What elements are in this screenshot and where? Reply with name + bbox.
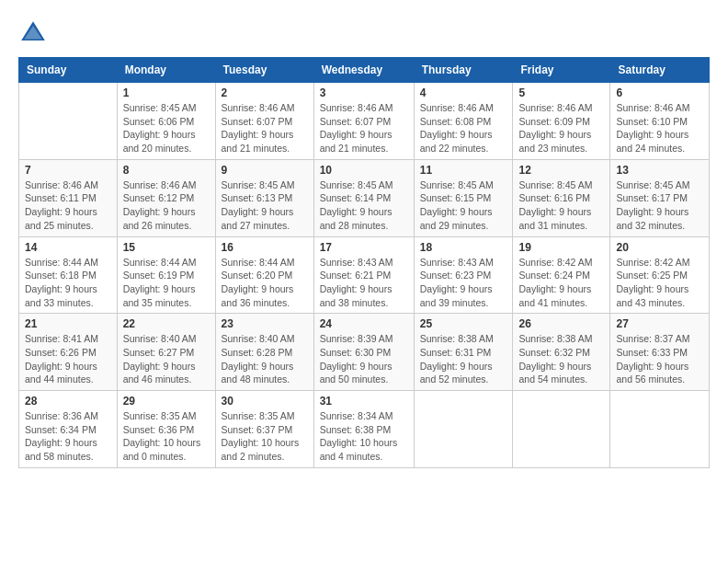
day-detail: Sunrise: 8:45 AMSunset: 6:13 PMDaylight:… bbox=[222, 178, 308, 233]
day-cell: 5Sunrise: 8:46 AMSunset: 6:09 PMDaylight… bbox=[513, 83, 610, 160]
day-cell: 22Sunrise: 8:40 AMSunset: 6:27 PMDayligh… bbox=[117, 314, 215, 391]
day-detail: Sunrise: 8:46 AMSunset: 6:12 PMDaylight:… bbox=[123, 178, 210, 233]
day-detail: Sunrise: 8:44 AMSunset: 6:19 PMDaylight:… bbox=[123, 256, 210, 310]
day-number: 23 bbox=[222, 317, 308, 330]
header bbox=[18, 18, 710, 48]
day-detail: Sunrise: 8:46 AMSunset: 6:11 PMDaylight:… bbox=[25, 178, 111, 233]
day-detail: Sunrise: 8:38 AMSunset: 6:31 PMDaylight:… bbox=[420, 332, 507, 386]
day-cell: 3Sunrise: 8:46 AMSunset: 6:07 PMDaylight… bbox=[313, 83, 414, 160]
day-cell bbox=[19, 83, 118, 160]
day-detail: Sunrise: 8:44 AMSunset: 6:20 PMDaylight:… bbox=[222, 256, 308, 310]
day-cell: 17Sunrise: 8:43 AMSunset: 6:21 PMDayligh… bbox=[313, 236, 414, 314]
week-row-5: 28Sunrise: 8:36 AMSunset: 6:34 PMDayligh… bbox=[19, 391, 710, 468]
day-header-saturday: Saturday bbox=[610, 58, 710, 83]
header-row: SundayMondayTuesdayWednesdayThursdayFrid… bbox=[19, 58, 710, 83]
day-cell: 30Sunrise: 8:35 AMSunset: 6:37 PMDayligh… bbox=[215, 391, 313, 468]
day-number: 16 bbox=[222, 241, 308, 254]
day-number: 17 bbox=[320, 241, 408, 254]
day-detail: Sunrise: 8:46 AMSunset: 6:10 PMDaylight:… bbox=[616, 101, 703, 155]
day-detail: Sunrise: 8:37 AMSunset: 6:33 PMDaylight:… bbox=[616, 332, 703, 386]
day-number: 7 bbox=[25, 164, 111, 177]
day-detail: Sunrise: 8:46 AMSunset: 6:08 PMDaylight:… bbox=[420, 101, 507, 155]
day-cell: 16Sunrise: 8:44 AMSunset: 6:20 PMDayligh… bbox=[215, 236, 313, 314]
week-row-2: 7Sunrise: 8:46 AMSunset: 6:11 PMDaylight… bbox=[19, 159, 710, 236]
day-number: 31 bbox=[320, 395, 408, 408]
day-number: 27 bbox=[616, 317, 703, 330]
day-number: 28 bbox=[25, 395, 111, 408]
day-detail: Sunrise: 8:44 AMSunset: 6:18 PMDaylight:… bbox=[25, 256, 111, 310]
day-number: 13 bbox=[616, 164, 703, 177]
calendar-table: SundayMondayTuesdayWednesdayThursdayFrid… bbox=[18, 57, 710, 468]
day-number: 26 bbox=[518, 317, 604, 330]
day-detail: Sunrise: 8:35 AMSunset: 6:37 PMDaylight:… bbox=[222, 409, 308, 464]
day-detail: Sunrise: 8:38 AMSunset: 6:32 PMDaylight:… bbox=[518, 332, 604, 386]
day-cell: 8Sunrise: 8:46 AMSunset: 6:12 PMDaylight… bbox=[117, 159, 215, 236]
week-row-4: 21Sunrise: 8:41 AMSunset: 6:26 PMDayligh… bbox=[19, 314, 710, 391]
logo-icon bbox=[18, 18, 48, 48]
day-detail: Sunrise: 8:43 AMSunset: 6:23 PMDaylight:… bbox=[420, 256, 507, 310]
day-cell: 7Sunrise: 8:46 AMSunset: 6:11 PMDaylight… bbox=[19, 159, 118, 236]
week-row-1: 1Sunrise: 8:45 AMSunset: 6:06 PMDaylight… bbox=[19, 83, 710, 160]
day-detail: Sunrise: 8:39 AMSunset: 6:30 PMDaylight:… bbox=[320, 332, 408, 386]
day-header-wednesday: Wednesday bbox=[313, 58, 414, 83]
day-detail: Sunrise: 8:45 AMSunset: 6:17 PMDaylight:… bbox=[616, 178, 703, 233]
day-number: 19 bbox=[518, 241, 604, 254]
day-cell: 9Sunrise: 8:45 AMSunset: 6:13 PMDaylight… bbox=[215, 159, 313, 236]
day-header-sunday: Sunday bbox=[19, 58, 118, 83]
day-detail: Sunrise: 8:46 AMSunset: 6:09 PMDaylight:… bbox=[518, 101, 604, 155]
day-number: 2 bbox=[222, 86, 308, 99]
day-cell: 15Sunrise: 8:44 AMSunset: 6:19 PMDayligh… bbox=[117, 236, 215, 314]
day-header-friday: Friday bbox=[513, 58, 610, 83]
day-cell: 19Sunrise: 8:42 AMSunset: 6:24 PMDayligh… bbox=[513, 236, 610, 314]
day-cell bbox=[610, 391, 710, 468]
day-number: 9 bbox=[222, 164, 308, 177]
day-cell: 18Sunrise: 8:43 AMSunset: 6:23 PMDayligh… bbox=[414, 236, 513, 314]
day-number: 11 bbox=[420, 164, 507, 177]
day-detail: Sunrise: 8:42 AMSunset: 6:25 PMDaylight:… bbox=[616, 256, 703, 310]
day-number: 14 bbox=[25, 241, 111, 254]
day-detail: Sunrise: 8:40 AMSunset: 6:28 PMDaylight:… bbox=[222, 332, 308, 386]
day-detail: Sunrise: 8:46 AMSunset: 6:07 PMDaylight:… bbox=[222, 101, 308, 155]
day-detail: Sunrise: 8:45 AMSunset: 6:14 PMDaylight:… bbox=[320, 178, 408, 233]
day-number: 4 bbox=[420, 86, 507, 99]
day-cell: 23Sunrise: 8:40 AMSunset: 6:28 PMDayligh… bbox=[215, 314, 313, 391]
day-detail: Sunrise: 8:42 AMSunset: 6:24 PMDaylight:… bbox=[518, 256, 604, 310]
day-number: 21 bbox=[25, 317, 111, 330]
day-cell: 6Sunrise: 8:46 AMSunset: 6:10 PMDaylight… bbox=[610, 83, 710, 160]
day-detail: Sunrise: 8:45 AMSunset: 6:16 PMDaylight:… bbox=[518, 178, 604, 233]
day-cell: 4Sunrise: 8:46 AMSunset: 6:08 PMDaylight… bbox=[414, 83, 513, 160]
day-cell bbox=[513, 391, 610, 468]
day-number: 24 bbox=[320, 317, 408, 330]
day-cell: 10Sunrise: 8:45 AMSunset: 6:14 PMDayligh… bbox=[313, 159, 414, 236]
day-cell bbox=[414, 391, 513, 468]
day-header-tuesday: Tuesday bbox=[215, 58, 313, 83]
logo bbox=[18, 18, 51, 48]
day-detail: Sunrise: 8:35 AMSunset: 6:36 PMDaylight:… bbox=[123, 409, 210, 464]
day-detail: Sunrise: 8:45 AMSunset: 6:06 PMDaylight:… bbox=[123, 101, 210, 155]
day-cell: 12Sunrise: 8:45 AMSunset: 6:16 PMDayligh… bbox=[513, 159, 610, 236]
day-number: 10 bbox=[320, 164, 408, 177]
day-number: 22 bbox=[123, 317, 210, 330]
day-cell: 29Sunrise: 8:35 AMSunset: 6:36 PMDayligh… bbox=[117, 391, 215, 468]
day-number: 12 bbox=[518, 164, 604, 177]
day-detail: Sunrise: 8:41 AMSunset: 6:26 PMDaylight:… bbox=[25, 332, 111, 386]
day-cell: 31Sunrise: 8:34 AMSunset: 6:38 PMDayligh… bbox=[313, 391, 414, 468]
day-number: 20 bbox=[616, 241, 703, 254]
day-number: 6 bbox=[616, 86, 703, 99]
day-number: 5 bbox=[518, 86, 604, 99]
day-cell: 21Sunrise: 8:41 AMSunset: 6:26 PMDayligh… bbox=[19, 314, 118, 391]
day-header-thursday: Thursday bbox=[414, 58, 513, 83]
week-row-3: 14Sunrise: 8:44 AMSunset: 6:18 PMDayligh… bbox=[19, 236, 710, 314]
day-detail: Sunrise: 8:36 AMSunset: 6:34 PMDaylight:… bbox=[25, 409, 111, 464]
day-detail: Sunrise: 8:34 AMSunset: 6:38 PMDaylight:… bbox=[320, 409, 408, 464]
day-cell: 11Sunrise: 8:45 AMSunset: 6:15 PMDayligh… bbox=[414, 159, 513, 236]
day-header-monday: Monday bbox=[117, 58, 215, 83]
day-cell: 1Sunrise: 8:45 AMSunset: 6:06 PMDaylight… bbox=[117, 83, 215, 160]
day-cell: 26Sunrise: 8:38 AMSunset: 6:32 PMDayligh… bbox=[513, 314, 610, 391]
day-number: 30 bbox=[222, 395, 308, 408]
day-number: 3 bbox=[320, 86, 408, 99]
day-cell: 27Sunrise: 8:37 AMSunset: 6:33 PMDayligh… bbox=[610, 314, 710, 391]
day-cell: 20Sunrise: 8:42 AMSunset: 6:25 PMDayligh… bbox=[610, 236, 710, 314]
day-number: 15 bbox=[123, 241, 210, 254]
day-detail: Sunrise: 8:43 AMSunset: 6:21 PMDaylight:… bbox=[320, 256, 408, 310]
